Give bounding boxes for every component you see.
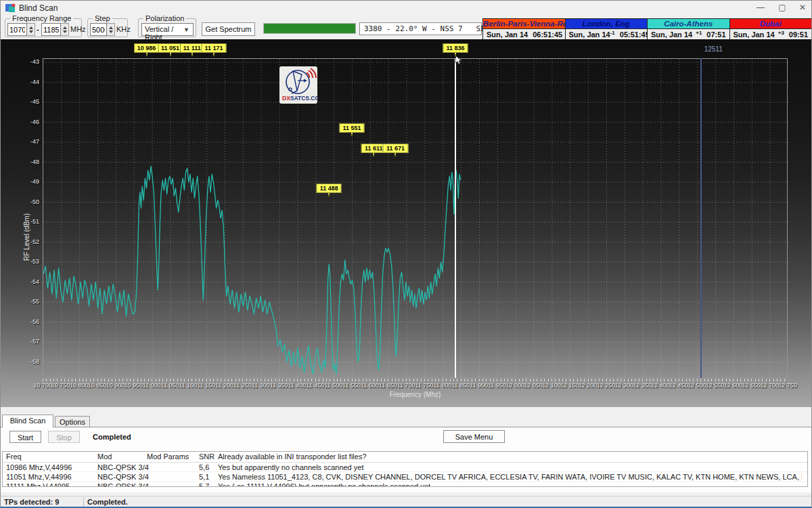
cell-freq: 10986 Mhz,V,44996 xyxy=(6,463,72,471)
clock-city-label: Cairo-Athens xyxy=(648,19,730,29)
x-tick-label: 11 800 xyxy=(433,382,451,389)
start-button[interactable]: Start xyxy=(9,431,41,443)
close-icon[interactable]: ✕ xyxy=(792,1,812,16)
table-row[interactable]: 11051 Mhz,V,44996NBC-QPSK 3/45,1Yes Name… xyxy=(3,472,807,482)
x-tick-label: 11 450 xyxy=(306,382,324,389)
step-stepper xyxy=(90,23,115,36)
tab-blind-scan[interactable]: Blind Scan xyxy=(2,415,53,427)
mhz-unit-label: MHz xyxy=(70,25,86,33)
clock-3: Cairo-AthensSun, Jan 14+107:51 xyxy=(648,19,730,41)
window-title: Blind Scan xyxy=(19,3,58,13)
frequency-from-stepper xyxy=(7,23,35,36)
titlebar: Blind Scan — ▢ ✕ xyxy=(1,1,811,16)
dxsatcs-logo: DXSATCS.COM xyxy=(279,66,317,104)
column-header[interactable]: Already available in INI transponder lis… xyxy=(218,452,367,461)
x-tick-label: 11 100 xyxy=(179,382,197,389)
y-tick-label: -49 xyxy=(1,178,39,185)
x-tick-label: 11 900 xyxy=(470,382,488,389)
x-tick-label: 11 850 xyxy=(451,382,470,389)
x-tick-label: 12 650 xyxy=(742,382,761,389)
cell-snr: 5,6 xyxy=(199,463,209,471)
x-tick-label: 11 400 xyxy=(288,382,307,389)
scan-progress-bar xyxy=(263,23,356,34)
x-tick-label: 12 500 xyxy=(687,382,706,389)
maximize-icon[interactable]: ▢ xyxy=(772,1,792,16)
y-tick-label: -48 xyxy=(1,158,39,165)
clock-2: London, EngSun, Jan 14-105:51:45 xyxy=(566,19,648,41)
frequency-from-input[interactable] xyxy=(7,23,27,36)
tab-options[interactable]: Options xyxy=(55,416,90,427)
clock-1: Berlin-Paris-Vienna-RomaSun, Jan 1406:51… xyxy=(483,19,566,41)
clock-time: 09:51 xyxy=(789,30,808,39)
x-tick-label: 12 050 xyxy=(524,382,543,389)
x-tick-label: 12 450 xyxy=(669,382,688,389)
marker-flag: 11 836 xyxy=(443,43,468,53)
y-tick-label: -54 xyxy=(1,278,39,285)
chevron-down-icon: ▼ xyxy=(183,26,189,33)
x-tick-label: 11 750 xyxy=(415,382,433,389)
status-divider xyxy=(83,497,84,507)
save-menu-button[interactable]: Save Menu xyxy=(443,430,505,443)
column-header[interactable]: Mod xyxy=(97,452,112,461)
x-tick-label: 12 600 xyxy=(724,382,743,389)
y-tick-label: -58 xyxy=(1,358,39,365)
x-tick-label: 10 950 xyxy=(125,382,143,389)
scan-state-label: Completed xyxy=(93,433,131,441)
y-tick-label: -46 xyxy=(1,119,39,125)
x-tick-label: 12 400 xyxy=(651,382,670,389)
y-tick-label: -44 xyxy=(1,79,39,85)
plot-area xyxy=(43,58,788,378)
x-tick-label: 11 950 xyxy=(488,382,506,389)
column-header[interactable]: SNR xyxy=(199,452,215,461)
x-tick-label: 12 300 xyxy=(615,382,634,389)
clock-time: 05:51:45 xyxy=(620,30,650,39)
x-tick-label: 11 500 xyxy=(324,382,342,389)
clock-utc-offset: +3 xyxy=(778,30,784,36)
marker-flag: 10 986 xyxy=(134,43,160,53)
polarization-label: Polarization xyxy=(143,14,186,22)
clock-utc-offset: -1 xyxy=(610,30,615,36)
clock-4: DubaiSun, Jan 14+309:51 xyxy=(730,19,812,41)
cell-already: Yes Nameless 11051_4123, C8, CVK, DISNEY… xyxy=(218,473,802,481)
transponder-table: FreqModMod ParamsSNRAlready available in… xyxy=(2,451,808,487)
marker-flag: 11 671 xyxy=(383,144,408,153)
polarization-select[interactable]: Vertical / Right ▼ xyxy=(141,23,194,36)
minimize-icon[interactable]: — xyxy=(750,1,771,16)
stepper-arrows[interactable] xyxy=(61,23,69,36)
table-row[interactable]: 10986 Mhz,V,44996NBC-QPSK 3/45,6Yes but … xyxy=(3,463,807,472)
x-tick-label: 11 650 xyxy=(379,382,397,389)
x-tick-label: 12 250 xyxy=(597,382,616,389)
stop-button[interactable]: Stop xyxy=(48,431,80,443)
cursor-line xyxy=(455,58,456,378)
clock-date: Sun, Jan 14 xyxy=(569,30,610,39)
get-spectrum-button[interactable]: Get Spectrum xyxy=(202,22,255,36)
step-input[interactable] xyxy=(90,23,107,36)
clock-time: 07:51 xyxy=(706,30,725,39)
y-tick-label: -57 xyxy=(1,338,39,345)
x-tick-label: 12 550 xyxy=(706,382,725,389)
toolbar: Frequency Range - MHz Step KHz Polarizat… xyxy=(1,16,811,39)
column-header[interactable]: Freq xyxy=(6,452,22,461)
frequency-range-label: Frequency Range xyxy=(10,14,73,22)
table-row[interactable]: 11111 Mhz,V,44995NBC-QPSK 3/45,7Yes ( as… xyxy=(3,482,807,487)
clock-date: Sun, Jan 14 xyxy=(651,30,692,39)
x-tick-label: 11 150 xyxy=(197,382,215,389)
clock-date: Sun, Jan 14 xyxy=(734,30,775,39)
x-tick-label: 11 700 xyxy=(397,382,415,389)
stepper-arrows[interactable] xyxy=(27,23,35,36)
khz-unit-label: KHz xyxy=(116,25,131,33)
app-icon xyxy=(5,3,16,13)
x-tick-label: 11 300 xyxy=(252,382,270,389)
frequency-to-input[interactable] xyxy=(41,23,61,36)
x-tick-label: 11 200 xyxy=(215,382,233,389)
blind-scan-tab-page: Start Stop Completed Save Menu FreqModMo… xyxy=(1,427,811,492)
clock-utc-offset: +1 xyxy=(696,30,702,36)
cell-snr: 5,1 xyxy=(199,473,209,481)
blind-scan-window: Blind Scan — ▢ ✕ Frequency Range - MHz S… xyxy=(0,0,812,508)
x-tick-label: 12 350 xyxy=(633,382,652,389)
column-header[interactable]: Mod Params xyxy=(147,452,189,461)
cell-freq: 11111 Mhz,V,44995 xyxy=(6,482,70,487)
x-axis-title: Frequency (Mhz) xyxy=(43,391,788,398)
stepper-arrows[interactable] xyxy=(107,23,115,36)
scan-limit-label: 12511 xyxy=(704,45,723,53)
